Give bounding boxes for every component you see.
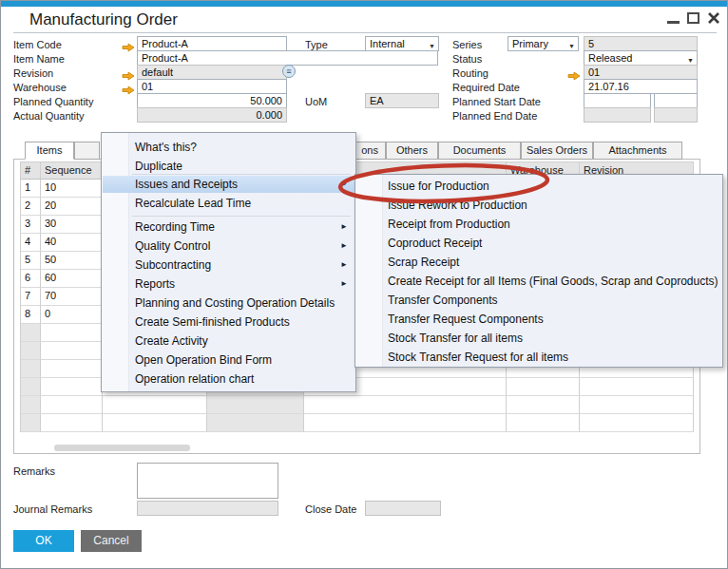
series-number-field[interactable]: 5 [584, 36, 698, 51]
planned-quantity-field[interactable]: 50.000 [137, 93, 287, 108]
row-number-cell [21, 396, 41, 414]
submenu-item-stock-transfer-for-all-items[interactable]: Stock Transfer for all items [356, 330, 721, 348]
remarks-textarea[interactable] [137, 463, 278, 499]
row-number-cell: 5 [21, 252, 41, 270]
table-row-empty[interactable] [20, 396, 694, 414]
submenu-arrow-icon: ► [340, 218, 348, 236]
row-number-cell: 3 [21, 216, 41, 234]
sequence-cell: 40 [41, 234, 103, 252]
maximize-icon[interactable] [687, 12, 699, 24]
journal-remarks-field[interactable] [137, 501, 278, 516]
row-number-cell: 4 [21, 234, 41, 252]
cell [507, 378, 580, 396]
menu-item-planning-costing-operation-details[interactable]: Planning and Costing Operation Details [103, 294, 354, 312]
planned-end-time-field[interactable] [654, 107, 698, 123]
sequence-cell: 60 [41, 270, 103, 288]
chevron-down-icon: ▼ [568, 40, 575, 51]
cell [507, 396, 580, 414]
tab-sales-orders[interactable]: Sales Orders [521, 142, 593, 160]
item-code-field[interactable]: Product-A [137, 36, 287, 51]
choose-from-list-icon[interactable]: ≡ [282, 65, 296, 78]
status-dropdown[interactable]: Released ▼ [584, 50, 698, 66]
row-number-cell: 2 [21, 198, 41, 216]
tab-others[interactable]: Others [386, 142, 438, 160]
planned-end-date-field[interactable] [584, 107, 651, 123]
menu-item-recording-time[interactable]: Recording Time ► [103, 218, 354, 236]
menu-item-label: Planning and Costing Operation Details [135, 296, 335, 310]
type-label: Type [305, 39, 328, 50]
revision-field[interactable]: default [137, 65, 287, 80]
submenu-item-scrap-receipt[interactable]: Scrap Receipt [356, 254, 721, 272]
menu-item-duplicate[interactable]: Duplicate [103, 158, 354, 175]
submenu-arrow-icon: ► [340, 275, 348, 293]
sequence-cell: 20 [41, 198, 103, 216]
journal-remarks-label: Journal Remarks [13, 503, 92, 515]
submenu-item-create-receipt-for-all-items[interactable]: Create Receipt for all Items (Final Good… [356, 273, 721, 291]
type-value: Internal [370, 37, 405, 50]
menu-item-label: Duplicate [135, 160, 182, 173]
submenu-arrow-icon: ► [340, 256, 348, 274]
menu-item-quality-control[interactable]: Quality Control ► [103, 237, 354, 255]
menu-item-subcontracting[interactable]: Subcontracting ► [103, 256, 354, 274]
manufacturing-order-window: Manufacturing Order Item Code Product-A … [0, 0, 728, 569]
series-label: Series [452, 39, 482, 50]
row-number-cell [21, 360, 41, 378]
close-date-field[interactable] [365, 501, 441, 516]
planned-start-date-field[interactable] [584, 93, 651, 108]
status-value: Released [588, 51, 632, 65]
sequence-cell: 70 [41, 288, 103, 306]
close-icon[interactable] [707, 11, 720, 25]
tab-documents[interactable]: Documents [438, 142, 521, 160]
menu-item-create-semi-finished-products[interactable]: Create Semi-finished Products [103, 313, 354, 331]
table-row-empty[interactable] [20, 414, 694, 432]
planned-start-time-field[interactable] [654, 93, 698, 108]
link-arrow-icon[interactable] [122, 67, 135, 77]
menu-item-label: Issues and Receipts [135, 178, 238, 191]
cancel-button[interactable]: Cancel [81, 530, 142, 552]
submenu-item-coproduct-receipt[interactable]: Coproduct Receipt [356, 235, 721, 253]
sequence-cell: 10 [41, 180, 103, 198]
link-arrow-icon[interactable] [122, 82, 135, 91]
planned-quantity-label: Planned Quantity [13, 96, 93, 107]
window-title: Manufacturing Order [29, 10, 178, 29]
chevron-down-icon: ▼ [429, 40, 435, 51]
horizontal-scrollbar-thumb[interactable] [54, 445, 190, 451]
status-label: Status [452, 53, 482, 65]
series-dropdown[interactable]: Primary ▼ [508, 36, 579, 51]
window-accent-strip [1, 1, 727, 7]
submenu-item-transfer-request-components[interactable]: Transfer Request Components [356, 311, 721, 329]
tab-hidden-stub[interactable] [74, 142, 100, 160]
warehouse-field[interactable]: 01 [137, 79, 287, 94]
cell [580, 378, 694, 396]
type-dropdown[interactable]: Internal ▼ [365, 36, 439, 51]
tab-attachments[interactable]: Attachments [593, 142, 682, 160]
sequence-cell: 50 [41, 252, 103, 270]
menu-item-recalculate-lead-time[interactable]: Recalculate Lead Time [103, 195, 354, 212]
submenu-item-stock-transfer-request-for-all-items[interactable]: Stock Transfer Request for all items [356, 349, 721, 367]
ok-button[interactable]: OK [13, 530, 74, 552]
cell [580, 414, 694, 432]
submenu-item-transfer-components[interactable]: Transfer Components [356, 292, 721, 310]
menu-item-issues-and-receipts[interactable]: Issues and Receipts ► [103, 176, 354, 193]
planned-end-date-label: Planned End Date [452, 110, 537, 122]
menu-item-operation-relation-chart[interactable]: Operation relation chart [103, 370, 354, 388]
routing-field[interactable]: 01 [584, 65, 698, 80]
remarks-label: Remarks [13, 465, 55, 477]
tab-items[interactable]: Items [25, 142, 74, 160]
menu-item-whats-this[interactable]: What's this? [103, 139, 354, 156]
link-arrow-icon[interactable] [567, 67, 581, 77]
menu-item-create-activity[interactable]: Create Activity [103, 332, 354, 350]
required-date-field[interactable]: 21.07.16 [584, 79, 698, 94]
actual-quantity-field[interactable]: 0.000 [137, 107, 287, 123]
menu-item-label: Recalculate Lead Time [135, 197, 251, 210]
menu-item-reports[interactable]: Reports ► [103, 275, 354, 293]
submenu-item-receipt-from-production[interactable]: Receipt from Production [356, 216, 721, 234]
uom-field[interactable]: EA [365, 93, 439, 108]
link-arrow-icon[interactable] [122, 39, 135, 48]
title-separator [13, 32, 717, 33]
menu-item-open-operation-bind-form[interactable]: Open Operation Bind Form [103, 351, 354, 369]
item-name-field[interactable]: Product-A [137, 50, 438, 66]
row-number-cell: 1 [21, 180, 41, 198]
minimize-icon[interactable] [667, 21, 680, 24]
highlight-ellipse [335, 158, 552, 209]
